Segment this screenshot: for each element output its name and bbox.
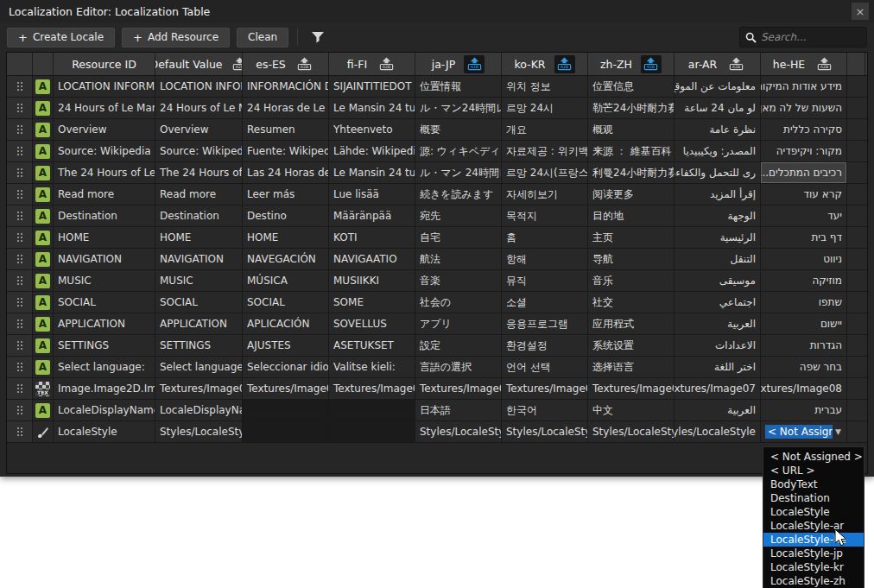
cell-resource-id[interactable]: SOCIAL	[54, 292, 155, 313]
cell-he-HE[interactable]: רכיבים המתכלים...	[761, 162, 847, 183]
cell-ar-AR[interactable]: إقرأ المزيد	[674, 184, 761, 205]
cell-default-value[interactable]: Source: Wikipedia	[155, 141, 243, 161]
cell-zh-ZH[interactable]: 主页	[588, 227, 674, 248]
column-header-he-HE[interactable]: he-HEA2B	[761, 53, 847, 75]
row-drag-handle[interactable]	[7, 378, 33, 399]
cell-ja-JP[interactable]: 続きを読みます	[415, 184, 502, 205]
cell-ko-KR[interactable]: 소셜	[502, 292, 588, 313]
cell-ar-AR[interactable]: التنقل	[674, 249, 761, 269]
dropdown-item[interactable]: LocaleStyle	[763, 505, 864, 519]
cell-he-HE[interactable]: יישום	[761, 313, 847, 334]
cell-ja-JP[interactable]: 自宅	[415, 227, 502, 248]
cell-ja-JP[interactable]: 音楽	[415, 270, 502, 291]
cell-zh-ZH[interactable]: 选择语言	[588, 357, 674, 377]
add-resource-button[interactable]: + Add Resource	[122, 28, 230, 47]
cell-ar-AR[interactable]: الوجهة	[674, 205, 761, 226]
machine-translate-icon[interactable]: A2B	[376, 55, 396, 73]
cell-zh-ZH[interactable]: 目的地	[588, 205, 674, 226]
row-drag-handle[interactable]	[7, 270, 33, 291]
cell-fi-FI[interactable]: Valitse kieli:	[329, 357, 415, 377]
cell-he-HE[interactable]: Textures/Image08	[761, 378, 847, 399]
dropdown-item[interactable]: LocaleStyle-kr	[763, 560, 864, 574]
cell-resource-id[interactable]: APPLICATION	[54, 313, 155, 334]
cell-fi-FI[interactable]: SOME	[329, 292, 415, 313]
cell-ar-AR[interactable]: نظرة عامة	[674, 119, 761, 140]
column-header-default-value[interactable]: Default ValueA2B	[155, 53, 243, 75]
cell-es-ES[interactable]: APLICACIÓN	[243, 313, 329, 334]
column-header-ja-JP[interactable]: ja-JPA2B	[415, 53, 502, 75]
machine-translate-icon[interactable]: A2B	[294, 55, 315, 73]
cell-zh-ZH[interactable]: 音乐	[588, 270, 674, 291]
search-box[interactable]	[739, 27, 867, 47]
cell-zh-ZH[interactable]: Textures/Image06	[588, 378, 674, 399]
column-header-fi-FI[interactable]: fi-FIA2B	[329, 53, 415, 75]
cell-resource-id[interactable]: MUSIC	[54, 270, 155, 291]
column-header-zh-ZH[interactable]: zh-ZHA2B	[588, 53, 674, 75]
cell-ja-JP[interactable]: 社会の	[415, 292, 502, 313]
row-drag-handle[interactable]	[7, 98, 33, 118]
cell-es-ES[interactable]: Destino	[243, 205, 329, 226]
cell-fi-FI[interactable]: MUSIIKKI	[329, 270, 415, 291]
cell-he-HE[interactable]: ניווט	[761, 249, 847, 269]
cell-ko-KR[interactable]: 항해	[502, 249, 588, 269]
cell-es-ES[interactable]: SOCIAL	[243, 292, 329, 313]
cell-fi-FI[interactable]: NAVIGAATIO	[329, 249, 415, 269]
cell-zh-ZH[interactable]: 导航	[588, 249, 674, 269]
cell-default-value[interactable]: NAVIGATION	[155, 249, 243, 269]
cell-default-value[interactable]: Read more	[155, 184, 243, 205]
cell-fi-FI[interactable]: Le Mansin 24 tunn	[329, 98, 415, 118]
cell-ja-JP[interactable]: 源: ウィキペディア	[415, 141, 502, 161]
cell-he-HE[interactable]: שתפו	[761, 292, 847, 313]
cell-resource-id[interactable]: Image.Image2D.Imag	[54, 378, 155, 399]
cell-resource-id[interactable]: 24 Hours of Le Mans	[54, 98, 155, 118]
cell-zh-ZH[interactable]: 勒芒24小时耐力赛	[588, 98, 674, 118]
cell-resource-id[interactable]: NAVIGATION	[54, 249, 155, 269]
cell-he-HE[interactable]: סקירה כללית	[761, 119, 847, 140]
cell-zh-ZH[interactable]: 中文	[588, 400, 674, 420]
cell-ja-JP[interactable]: 日本語	[415, 400, 502, 420]
dropdown-item[interactable]: < URL >	[763, 464, 864, 477]
cell-resource-id[interactable]: The 24 Hours of Le M	[54, 162, 155, 183]
cell-default-value[interactable]: MUSIC	[155, 270, 243, 291]
row-drag-handle[interactable]	[7, 162, 33, 183]
cell-zh-ZH[interactable]: 系统设置	[588, 335, 674, 356]
cell-ar-AR[interactable]: Styles/LocaleStyle	[674, 421, 761, 442]
cell-ar-AR[interactable]: موسيقى	[674, 270, 761, 291]
cell-ko-KR[interactable]: 개요	[502, 119, 588, 140]
row-drag-handle[interactable]	[7, 119, 33, 140]
cell-default-value[interactable]: Destination	[155, 205, 243, 226]
cell-default-value[interactable]: LocaleDisplayNam	[155, 400, 243, 420]
cell-zh-ZH[interactable]: 来源 ： 維基百科	[588, 141, 674, 161]
row-drag-handle[interactable]	[7, 141, 33, 161]
cell-ja-JP[interactable]: Styles/LocaleStyle	[415, 421, 502, 442]
create-locale-button[interactable]: + Create Locale	[7, 28, 115, 47]
cell-fi-FI[interactable]	[329, 421, 415, 442]
cell-resource-id[interactable]: Source: Wikipedia	[54, 141, 155, 161]
cell-es-ES[interactable]: MÚSICA	[243, 270, 329, 291]
cell-es-ES[interactable]	[243, 421, 329, 442]
machine-translate-icon[interactable]: A2B	[231, 55, 244, 73]
cell-ja-JP[interactable]: アプリ	[415, 313, 502, 334]
cell-default-value[interactable]: APPLICATION	[155, 313, 243, 334]
cell-resource-id[interactable]: LocaleDisplayName	[54, 400, 155, 420]
cell-he-HE[interactable]: קרא עוד	[761, 184, 847, 205]
cell-es-ES[interactable]: Las 24 Horas de L	[243, 162, 329, 183]
close-icon[interactable]: ×	[852, 3, 869, 20]
cell-es-ES[interactable]: INFORMACIÓN D	[243, 76, 329, 97]
cell-fi-FI[interactable]: Lähde: Wikipedia	[329, 141, 415, 161]
row-drag-handle[interactable]	[7, 335, 33, 356]
cell-es-ES[interactable]: Fuente: Wikipedia	[243, 141, 329, 161]
cell-fi-FI[interactable]: ASETUKSET	[329, 335, 415, 356]
cell-he-HE[interactable]: עברית	[761, 400, 847, 420]
column-header-es-ES[interactable]: es-ESA2B	[243, 53, 329, 75]
cell-ar-AR[interactable]: Textures/Image07	[674, 378, 761, 399]
cell-ar-AR[interactable]: العربية	[674, 400, 761, 420]
cell-es-ES[interactable]: Seleccionar idiom	[243, 357, 329, 377]
cell-fi-FI[interactable]: Yhteenveto	[329, 119, 415, 140]
cell-default-value[interactable]: Select language:	[155, 357, 243, 377]
cell-fi-FI[interactable]: SOVELLUS	[329, 313, 415, 334]
cell-default-value[interactable]: Textures/Image01	[155, 378, 243, 399]
filter-icon[interactable]	[307, 28, 329, 47]
cell-zh-ZH[interactable]: 位置信息	[588, 76, 674, 97]
row-drag-handle[interactable]	[7, 249, 33, 269]
